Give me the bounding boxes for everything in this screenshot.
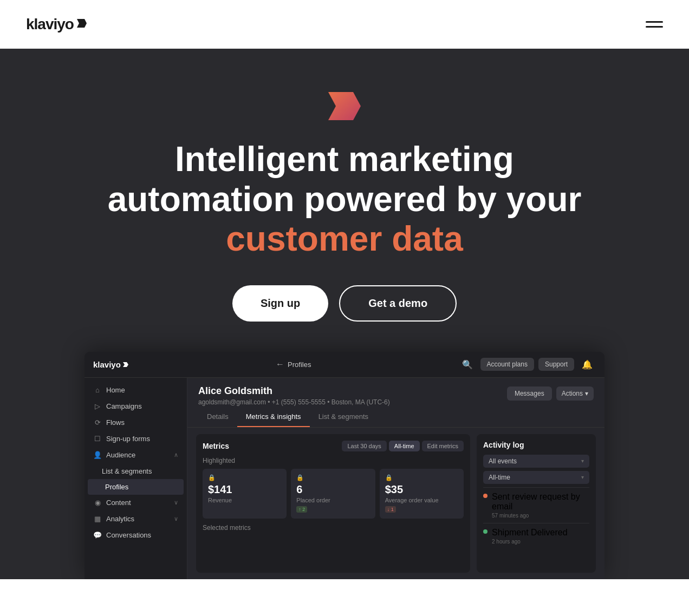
app-breadcrumb: ← Profiles — [276, 359, 311, 369]
profile-actions: Messages Actions ▾ — [507, 386, 594, 407]
account-plans-button[interactable]: Account plans — [480, 358, 534, 371]
app-sidebar: ⌂ Home ▷ Campaigns ⟳ Flows ☐ Sign-up for… — [84, 378, 187, 579]
flows-icon: ⟳ — [93, 418, 102, 427]
app-logo: klaviyo — [93, 360, 128, 369]
site-header: klaviyo — [0, 0, 689, 49]
actions-label: Actions — [562, 390, 583, 397]
revenue-value: $141 — [208, 483, 281, 496]
content-expand-icon: ∨ — [174, 499, 178, 506]
svg-marker-0 — [77, 19, 87, 28]
sidebar-label-audience: Audience — [106, 451, 135, 459]
notification-bell-icon[interactable]: 🔔 — [578, 357, 596, 372]
hero-brand-icon — [328, 92, 361, 122]
metric-card-placed-order: 🔒 6 Placed order ↑ 2 — [291, 469, 375, 519]
app-topbar: klaviyo ← Profiles 🔍 Account plans Suppo… — [84, 352, 604, 378]
profile-meta: agoldsmith@gmail.com • +1 (555) 555-5555… — [198, 398, 390, 406]
activity-dot-shipment — [483, 529, 487, 534]
app-main: Alice Goldsmith agoldsmith@gmail.com • +… — [187, 378, 604, 579]
activity-text-1: Shipment Delivered 2 hours ago — [492, 528, 568, 545]
lock-icon: 🔒 — [208, 474, 281, 481]
sidebar-label-home: Home — [106, 386, 125, 394]
revenue-name: Revenue — [208, 497, 281, 503]
tab-list-segments[interactable]: List & segments — [310, 407, 378, 427]
logo-text: klaviyo — [26, 16, 74, 33]
sidebar-item-analytics[interactable]: ▦ Analytics ∨ — [84, 511, 187, 527]
activity-text-0: Sent review request by email 57 minutes … — [492, 492, 589, 519]
activity-filter-time[interactable]: All-time ▾ — [483, 471, 589, 484]
metrics-filters: Last 30 days All-time Edit metrics — [342, 441, 464, 451]
search-button[interactable]: 🔍 — [459, 357, 476, 372]
analytics-expand-icon: ∨ — [174, 515, 178, 522]
placed-order-value: 6 — [296, 483, 369, 496]
sidebar-label-profiles: Profiles — [105, 483, 128, 491]
signup-button[interactable]: Sign up — [232, 285, 328, 322]
sidebar-item-content[interactable]: ◉ Content ∨ — [84, 495, 187, 511]
activity-panel: Activity log All events ▾ All-time ▾ — [477, 434, 596, 573]
placed-order-name: Placed order — [296, 497, 369, 503]
tab-details[interactable]: Details — [198, 407, 237, 427]
hero-section: Intelligent marketing automation powered… — [0, 49, 689, 579]
filter-time-chevron-icon: ▾ — [581, 474, 584, 480]
conversations-icon: 💬 — [93, 531, 102, 540]
activity-time-0: 57 minutes ago — [492, 513, 589, 519]
metrics-cards: 🔒 $141 Revenue 🔒 6 Placed order ↑ 2 — [203, 469, 464, 519]
activity-item-0: Sent review request by email 57 minutes … — [483, 487, 589, 523]
sidebar-label-analytics: Analytics — [106, 515, 134, 523]
metrics-area: Metrics Last 30 days All-time Edit metri… — [187, 428, 604, 579]
avg-order-name: Average order value — [385, 497, 458, 503]
back-arrow-icon[interactable]: ← — [276, 359, 284, 369]
home-icon: ⌂ — [93, 386, 102, 395]
hero-buttons: Sign up Get a demo — [232, 285, 457, 322]
analytics-icon: ▦ — [93, 515, 102, 523]
profile-tabs: Details Metrics & insights List & segmen… — [187, 407, 604, 428]
sidebar-label-conversations: Conversations — [106, 531, 151, 539]
audience-icon: 👤 — [93, 451, 102, 460]
activity-dot-email — [483, 494, 487, 498]
profile-info: Alice Goldsmith agoldsmith@gmail.com • +… — [198, 385, 390, 406]
tab-metrics[interactable]: Metrics & insights — [237, 407, 310, 427]
sidebar-label-campaigns: Campaigns — [106, 402, 142, 410]
demo-button[interactable]: Get a demo — [339, 285, 457, 322]
filter-alltime-button[interactable]: All-time — [389, 441, 420, 451]
sidebar-label-list-segments: List & segments — [102, 467, 152, 475]
sidebar-item-list-segments[interactable]: List & segments — [84, 463, 187, 479]
campaigns-icon: ▷ — [93, 402, 102, 411]
activity-filter-events[interactable]: All events ▾ — [483, 455, 589, 468]
svg-marker-2 — [123, 362, 128, 367]
content-icon: ◉ — [93, 499, 102, 507]
activity-label-0: Sent review request by email — [492, 492, 589, 512]
forms-icon: ☐ — [93, 435, 102, 443]
filter-events-chevron-icon: ▾ — [581, 458, 584, 464]
hamburger-menu[interactable] — [646, 21, 663, 28]
profile-header: Alice Goldsmith agoldsmith@gmail.com • +… — [187, 378, 604, 408]
edit-metrics-button[interactable]: Edit metrics — [422, 441, 464, 451]
sidebar-item-profiles[interactable]: Profiles — [88, 479, 184, 495]
selected-metrics-label: Selected metrics — [203, 524, 464, 532]
hero-title: Intelligent marketing automation powered… — [108, 140, 582, 259]
sidebar-item-conversations[interactable]: 💬 Conversations — [84, 527, 187, 543]
filter-30days-button[interactable]: Last 30 days — [342, 441, 386, 451]
actions-chevron-icon: ▾ — [585, 390, 588, 397]
highlighted-label: Highlighted — [203, 457, 464, 464]
sidebar-item-signup-forms[interactable]: ☐ Sign-up forms — [84, 431, 187, 447]
sidebar-label-forms: Sign-up forms — [106, 435, 150, 443]
activity-item-1: Shipment Delivered 2 hours ago — [483, 523, 589, 549]
sidebar-item-campaigns[interactable]: ▷ Campaigns — [84, 398, 187, 415]
avg-order-badge: ↓ 1 — [385, 506, 396, 513]
logo-flag-icon — [77, 19, 87, 28]
metrics-title: Metrics — [203, 442, 229, 450]
sidebar-item-home[interactable]: ⌂ Home — [84, 382, 187, 398]
sidebar-item-audience[interactable]: 👤 Audience ∧ — [84, 447, 187, 463]
support-button[interactable]: Support — [538, 358, 574, 371]
logo[interactable]: klaviyo — [26, 16, 87, 33]
svg-marker-1 — [328, 92, 361, 120]
placed-order-badge: ↑ 2 — [296, 506, 307, 513]
messages-button[interactable]: Messages — [507, 386, 552, 401]
lock-icon-2: 🔒 — [296, 474, 369, 481]
sidebar-item-flows[interactable]: ⟳ Flows — [84, 415, 187, 431]
breadcrumb-text: Profiles — [288, 361, 311, 369]
activity-title: Activity log — [483, 441, 589, 449]
actions-button[interactable]: Actions ▾ — [556, 386, 594, 401]
activity-time-1: 2 hours ago — [492, 539, 568, 545]
metric-card-revenue: 🔒 $141 Revenue — [203, 469, 287, 519]
